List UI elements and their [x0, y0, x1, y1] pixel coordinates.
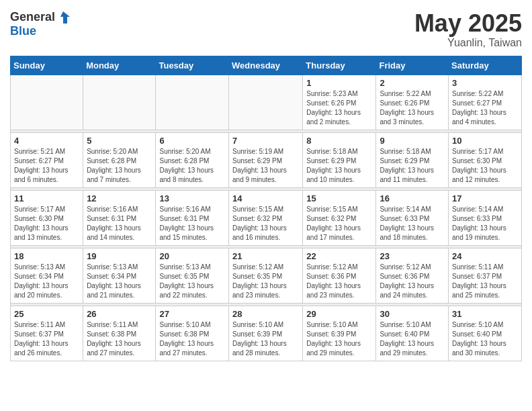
day-info: Sunrise: 5:22 AM Sunset: 6:26 PM Dayligh… [380, 89, 445, 127]
day-info: Sunrise: 5:13 AM Sunset: 6:34 PM Dayligh… [14, 263, 79, 300]
day-number: 6 [159, 136, 225, 146]
day-info: Sunrise: 5:10 AM Sunset: 6:39 PM Dayligh… [232, 320, 299, 358]
day-info: Sunrise: 5:12 AM Sunset: 6:36 PM Dayligh… [306, 263, 372, 300]
day-number: 27 [159, 309, 225, 319]
day-info: Sunrise: 5:13 AM Sunset: 6:34 PM Dayligh… [87, 263, 152, 300]
day-info: Sunrise: 5:15 AM Sunset: 6:32 PM Dayligh… [306, 205, 372, 242]
weekday-header-monday: Monday [83, 56, 156, 75]
weekday-header-wednesday: Wednesday [229, 56, 303, 75]
calendar-cell: 11Sunrise: 5:17 AM Sunset: 6:30 PM Dayli… [11, 190, 83, 245]
calendar-cell: 20Sunrise: 5:13 AM Sunset: 6:35 PM Dayli… [156, 248, 229, 303]
day-info: Sunrise: 5:20 AM Sunset: 6:28 PM Dayligh… [159, 147, 225, 185]
calendar-cell: 26Sunrise: 5:11 AM Sunset: 6:38 PM Dayli… [83, 306, 156, 361]
day-info: Sunrise: 5:21 AM Sunset: 6:27 PM Dayligh… [14, 147, 79, 185]
calendar-cell: 19Sunrise: 5:13 AM Sunset: 6:34 PM Dayli… [83, 248, 156, 303]
month-title: May 2025 [414, 10, 522, 37]
day-info: Sunrise: 5:20 AM Sunset: 6:28 PM Dayligh… [87, 147, 152, 185]
logo-blue: Blue [10, 25, 71, 38]
calendar-cell: 1Sunrise: 5:23 AM Sunset: 6:26 PM Daylig… [303, 75, 376, 130]
day-info: Sunrise: 5:11 AM Sunset: 6:37 PM Dayligh… [452, 263, 518, 300]
calendar-cell: 29Sunrise: 5:10 AM Sunset: 6:39 PM Dayli… [303, 306, 376, 361]
day-number: 11 [14, 193, 79, 203]
calendar-cell: 24Sunrise: 5:11 AM Sunset: 6:37 PM Dayli… [449, 248, 522, 303]
day-number: 1 [306, 78, 372, 88]
day-number: 15 [306, 193, 372, 203]
weekday-header-friday: Friday [376, 56, 449, 75]
calendar-cell: 9Sunrise: 5:18 AM Sunset: 6:29 PM Daylig… [376, 132, 449, 187]
calendar-cell: 28Sunrise: 5:10 AM Sunset: 6:39 PM Dayli… [229, 306, 303, 361]
calendar-table: SundayMondayTuesdayWednesdayThursdayFrid… [10, 56, 522, 361]
calendar-cell: 14Sunrise: 5:15 AM Sunset: 6:32 PM Dayli… [229, 190, 303, 245]
day-info: Sunrise: 5:10 AM Sunset: 6:38 PM Dayligh… [159, 320, 225, 358]
day-number: 21 [232, 251, 299, 261]
calendar-cell: 21Sunrise: 5:12 AM Sunset: 6:35 PM Dayli… [229, 248, 303, 303]
location-title: Yuanlin, Taiwan [414, 37, 522, 49]
day-number: 16 [380, 193, 445, 203]
week-row-4: 18Sunrise: 5:13 AM Sunset: 6:34 PM Dayli… [11, 248, 522, 303]
week-row-2: 4Sunrise: 5:21 AM Sunset: 6:27 PM Daylig… [11, 132, 522, 187]
day-info: Sunrise: 5:17 AM Sunset: 6:30 PM Dayligh… [14, 205, 79, 242]
day-info: Sunrise: 5:14 AM Sunset: 6:33 PM Dayligh… [380, 205, 445, 242]
day-info: Sunrise: 5:11 AM Sunset: 6:37 PM Dayligh… [14, 320, 79, 358]
logo-text: General Blue [10, 10, 71, 38]
calendar-cell [156, 75, 229, 130]
day-number: 24 [452, 251, 518, 261]
calendar-cell: 18Sunrise: 5:13 AM Sunset: 6:34 PM Dayli… [11, 248, 83, 303]
calendar-cell: 8Sunrise: 5:18 AM Sunset: 6:29 PM Daylig… [303, 132, 376, 187]
day-info: Sunrise: 5:19 AM Sunset: 6:29 PM Dayligh… [232, 147, 299, 185]
calendar-cell: 2Sunrise: 5:22 AM Sunset: 6:26 PM Daylig… [376, 75, 449, 130]
calendar-cell: 5Sunrise: 5:20 AM Sunset: 6:28 PM Daylig… [83, 132, 156, 187]
day-number: 13 [159, 193, 225, 203]
calendar-cell: 7Sunrise: 5:19 AM Sunset: 6:29 PM Daylig… [229, 132, 303, 187]
calendar-cell: 12Sunrise: 5:16 AM Sunset: 6:31 PM Dayli… [83, 190, 156, 245]
calendar-cell: 3Sunrise: 5:22 AM Sunset: 6:27 PM Daylig… [449, 75, 522, 130]
day-info: Sunrise: 5:12 AM Sunset: 6:35 PM Dayligh… [232, 263, 299, 300]
weekday-header-sunday: Sunday [11, 56, 83, 75]
title-block: May 2025 Yuanlin, Taiwan [414, 10, 522, 49]
day-info: Sunrise: 5:11 AM Sunset: 6:38 PM Dayligh… [87, 320, 152, 358]
day-info: Sunrise: 5:23 AM Sunset: 6:26 PM Dayligh… [306, 89, 372, 127]
day-info: Sunrise: 5:10 AM Sunset: 6:40 PM Dayligh… [452, 320, 518, 358]
week-row-5: 25Sunrise: 5:11 AM Sunset: 6:37 PM Dayli… [11, 306, 522, 361]
day-number: 2 [380, 78, 445, 88]
day-info: Sunrise: 5:17 AM Sunset: 6:30 PM Dayligh… [452, 147, 518, 185]
day-info: Sunrise: 5:15 AM Sunset: 6:32 PM Dayligh… [232, 205, 299, 242]
calendar-cell: 15Sunrise: 5:15 AM Sunset: 6:32 PM Dayli… [303, 190, 376, 245]
day-number: 30 [380, 309, 445, 319]
day-info: Sunrise: 5:18 AM Sunset: 6:29 PM Dayligh… [306, 147, 372, 185]
day-number: 31 [452, 309, 518, 319]
calendar-cell: 22Sunrise: 5:12 AM Sunset: 6:36 PM Dayli… [303, 248, 376, 303]
weekday-header-thursday: Thursday [303, 56, 376, 75]
weekday-header-row: SundayMondayTuesdayWednesdayThursdayFrid… [11, 56, 522, 75]
calendar-cell: 31Sunrise: 5:10 AM Sunset: 6:40 PM Dayli… [449, 306, 522, 361]
calendar-cell: 30Sunrise: 5:10 AM Sunset: 6:40 PM Dayli… [376, 306, 449, 361]
day-number: 5 [87, 136, 152, 146]
day-info: Sunrise: 5:16 AM Sunset: 6:31 PM Dayligh… [87, 205, 152, 242]
day-number: 26 [87, 309, 152, 319]
calendar-cell: 25Sunrise: 5:11 AM Sunset: 6:37 PM Dayli… [11, 306, 83, 361]
weekday-header-saturday: Saturday [449, 56, 522, 75]
calendar-cell [83, 75, 156, 130]
calendar-cell [229, 75, 303, 130]
day-number: 10 [452, 136, 518, 146]
day-number: 12 [87, 193, 152, 203]
day-number: 17 [452, 193, 518, 203]
day-number: 23 [380, 251, 445, 261]
week-row-1: 1Sunrise: 5:23 AM Sunset: 6:26 PM Daylig… [11, 75, 522, 130]
page-header: General Blue May 2025 Yuanlin, Taiwan [10, 10, 522, 49]
day-info: Sunrise: 5:13 AM Sunset: 6:35 PM Dayligh… [159, 263, 225, 300]
calendar-cell: 27Sunrise: 5:10 AM Sunset: 6:38 PM Dayli… [156, 306, 229, 361]
day-info: Sunrise: 5:12 AM Sunset: 6:36 PM Dayligh… [380, 263, 445, 300]
day-number: 25 [14, 309, 79, 319]
day-number: 7 [232, 136, 299, 146]
calendar-cell: 16Sunrise: 5:14 AM Sunset: 6:33 PM Dayli… [376, 190, 449, 245]
calendar-cell [11, 75, 83, 130]
calendar-cell: 6Sunrise: 5:20 AM Sunset: 6:28 PM Daylig… [156, 132, 229, 187]
day-info: Sunrise: 5:14 AM Sunset: 6:33 PM Dayligh… [452, 205, 518, 242]
day-number: 9 [380, 136, 445, 146]
calendar-cell: 13Sunrise: 5:16 AM Sunset: 6:31 PM Dayli… [156, 190, 229, 245]
day-number: 22 [306, 251, 372, 261]
calendar-cell: 10Sunrise: 5:17 AM Sunset: 6:30 PM Dayli… [449, 132, 522, 187]
day-info: Sunrise: 5:10 AM Sunset: 6:40 PM Dayligh… [380, 320, 445, 358]
day-number: 3 [452, 78, 518, 88]
